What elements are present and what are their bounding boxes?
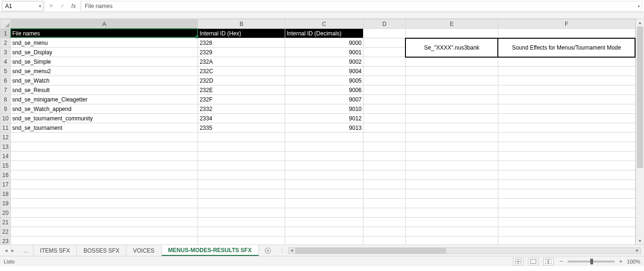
select-all-corner[interactable] [0, 19, 11, 29]
cell[interactable] [405, 152, 498, 161]
cell[interactable] [363, 123, 406, 133]
cell[interactable]: snd_se_menu [10, 38, 198, 48]
row-header[interactable]: 16 [0, 170, 11, 180]
cell[interactable]: 9000 [285, 38, 363, 48]
cell[interactable] [498, 189, 635, 199]
cell[interactable] [498, 104, 635, 114]
row-header[interactable]: 5 [0, 67, 11, 76]
cell[interactable] [498, 95, 635, 104]
cell[interactable] [285, 208, 363, 218]
cancel-icon[interactable]: ✕ [48, 3, 54, 9]
cell[interactable] [363, 161, 406, 170]
cell[interactable]: snd_se_Result [10, 85, 198, 95]
cell[interactable] [405, 180, 498, 189]
cell[interactable] [285, 170, 363, 180]
row-header[interactable]: 21 [0, 218, 11, 227]
cell[interactable]: 232C [198, 67, 285, 76]
enter-icon[interactable]: ✓ [59, 3, 66, 9]
cell[interactable] [285, 237, 363, 245]
cell[interactable]: snd_se_Simple [10, 57, 198, 67]
scroll-up-icon[interactable]: ▲ [636, 19, 644, 26]
cell[interactable] [498, 85, 635, 95]
row-header[interactable]: 7 [0, 85, 11, 95]
cell[interactable]: 9007 [285, 95, 363, 104]
cell[interactable] [198, 180, 285, 189]
cell[interactable]: 2332 [198, 104, 285, 114]
scroll-thumb[interactable] [295, 248, 446, 254]
cell[interactable] [10, 133, 198, 142]
cell[interactable] [363, 104, 406, 114]
cell[interactable] [363, 142, 406, 152]
cell[interactable] [198, 237, 285, 245]
cell[interactable] [285, 218, 363, 227]
cell[interactable]: Se_"XXXX".nus3bank [405, 38, 498, 57]
cell[interactable]: snd_se_minigame_Cleagetter [10, 95, 198, 104]
row-header[interactable]: 3 [0, 48, 11, 57]
cell[interactable] [198, 142, 285, 152]
cell[interactable]: 9013 [285, 123, 363, 133]
cell[interactable] [363, 189, 406, 199]
row-header[interactable]: 10 [0, 114, 11, 123]
cell[interactable]: File names [10, 29, 198, 38]
row-header[interactable]: 17 [0, 180, 11, 189]
cell[interactable] [405, 67, 498, 76]
cell[interactable]: snd_se_tournament_community [10, 114, 198, 123]
cell[interactable] [498, 218, 635, 227]
chevron-left-icon[interactable]: ◄ [4, 248, 8, 253]
cell[interactable]: snd_se_Watch_append [10, 104, 198, 114]
column-header[interactable]: D [363, 19, 406, 29]
spreadsheet-grid[interactable]: ABCDEF1File namesInternal ID (Hex)Intern… [0, 19, 636, 245]
cell[interactable]: snd_se_tournament [10, 123, 198, 133]
cell[interactable] [363, 237, 406, 245]
chevron-down-icon[interactable]: ▼ [38, 4, 42, 8]
cell[interactable]: 2329 [198, 48, 285, 57]
column-header[interactable]: E [405, 19, 498, 29]
cell[interactable]: snd_se_Watch [10, 76, 198, 85]
cell[interactable]: 9001 [285, 48, 363, 57]
cell[interactable]: snd_se_Display [10, 48, 198, 57]
cell[interactable] [498, 57, 635, 67]
cell[interactable] [198, 189, 285, 199]
cell[interactable] [10, 237, 198, 245]
cell[interactable] [198, 199, 285, 208]
row-header[interactable]: 20 [0, 208, 11, 218]
row-header[interactable]: 1 [0, 29, 11, 38]
cell[interactable]: snd_se_menu2 [10, 67, 198, 76]
row-header[interactable]: 8 [0, 95, 11, 104]
row-header[interactable]: 6 [0, 76, 11, 85]
sheet-tab[interactable]: ITEMS SFX [33, 245, 77, 256]
cell[interactable]: 232F [198, 95, 285, 104]
cell[interactable] [10, 152, 198, 161]
zoom-control[interactable]: − + 100% [558, 258, 640, 265]
cell[interactable] [405, 142, 498, 152]
cell[interactable] [498, 180, 635, 189]
cell[interactable] [405, 29, 498, 38]
tab-overflow[interactable]: ... [19, 245, 33, 256]
horizontal-scrollbar[interactable]: ◄ ► [288, 247, 641, 254]
cell[interactable] [363, 95, 406, 104]
cell[interactable] [498, 29, 635, 38]
cell[interactable] [405, 95, 498, 104]
row-header[interactable]: 23 [0, 237, 11, 245]
cell[interactable] [285, 133, 363, 142]
cell[interactable] [498, 152, 635, 161]
row-header[interactable]: 2 [0, 38, 11, 48]
row-header[interactable]: 11 [0, 123, 11, 133]
cell[interactable] [405, 123, 498, 133]
row-header[interactable]: 14 [0, 152, 11, 161]
cell[interactable] [363, 38, 406, 48]
cell[interactable] [363, 76, 406, 85]
column-header[interactable]: B [198, 19, 285, 29]
cell[interactable]: Sound Effects for Menus/Tournament Mode [498, 38, 635, 57]
cell[interactable] [198, 170, 285, 180]
cell[interactable] [405, 170, 498, 180]
tab-nav[interactable]: ◄ ► [0, 245, 19, 256]
scroll-left-icon[interactable]: ◄ [289, 248, 295, 254]
cell[interactable]: 9012 [285, 114, 363, 123]
cell[interactable]: 2334 [198, 114, 285, 123]
cell[interactable] [363, 227, 406, 237]
row-header[interactable]: 22 [0, 227, 11, 237]
cell[interactable] [405, 199, 498, 208]
cell[interactable] [10, 142, 198, 152]
cell[interactable] [363, 67, 406, 76]
